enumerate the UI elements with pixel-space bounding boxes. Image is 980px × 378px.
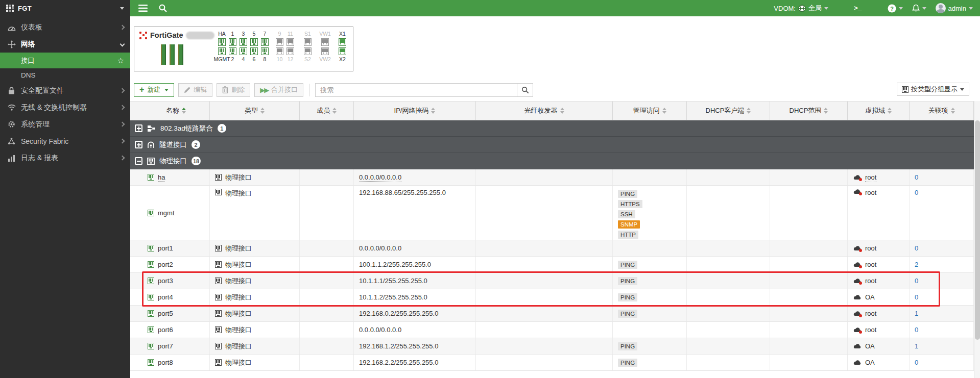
user-menu[interactable]: admin	[936, 3, 973, 13]
chevron-down-icon	[969, 7, 973, 10]
port-socket-10-icon[interactable]	[276, 47, 283, 55]
cli-console-icon[interactable]: >_	[854, 5, 862, 12]
expand-icon[interactable]	[135, 124, 142, 132]
create-new-button[interactable]: + 新建	[134, 83, 174, 97]
column-header-8[interactable]: DHCP范围	[770, 102, 848, 120]
port-label-9: 9	[278, 30, 281, 37]
port-socket-12-icon[interactable]	[286, 47, 294, 55]
interface-row-port6[interactable]: port6物理接口0.0.0.0/0.0.0.0root0	[130, 322, 974, 338]
ref-count-link[interactable]: 1	[915, 310, 918, 317]
help-menu[interactable]: ?	[888, 4, 903, 13]
port-socket-8-icon[interactable]	[261, 47, 269, 55]
favorite-star-icon[interactable]: ☆	[117, 56, 124, 65]
sidebar-item-network[interactable]: 网络	[0, 36, 130, 53]
column-header-5[interactable]: 光纤收发器	[476, 102, 613, 120]
sidebar-item-wifi-switch[interactable]: 无线 & 交换机控制器	[0, 99, 130, 116]
vdom-selector[interactable]: VDOM: 全局	[774, 4, 828, 13]
root-vdom-marker	[859, 265, 862, 268]
fabric-icon	[7, 137, 16, 145]
interface-row-port4[interactable]: port4物理接口10.1.1.2/255.255.255.0PINGOA0	[130, 289, 974, 306]
sidebar-item-dashboard[interactable]: 仪表板	[0, 19, 130, 36]
edit-button[interactable]: 编辑	[178, 83, 212, 97]
column-header-10[interactable]: 关联项	[910, 102, 974, 120]
port-socket-S2-icon[interactable]	[304, 47, 312, 55]
sort-arrows-icon	[824, 108, 828, 114]
merge-interfaces-button[interactable]: ▶▶ 合并接口	[254, 83, 303, 97]
column-header-2[interactable]: 类型	[210, 102, 300, 120]
port-socket-11-icon[interactable]	[286, 38, 294, 46]
menu-icon[interactable]	[138, 5, 148, 12]
interface-row-port3[interactable]: port3物理接口10.1.1.1/255.255.255.0PINGroot0	[130, 273, 974, 289]
ref-count-link[interactable]: 0	[915, 173, 918, 181]
port-socket-9-icon[interactable]	[276, 38, 283, 46]
group-row-physical[interactable]: 物理接口18	[130, 153, 974, 169]
access-badge-ping: PING	[618, 190, 637, 198]
sidebar-item-security-fabric[interactable]: Security Fabric	[0, 133, 130, 149]
port-socket-1-icon[interactable]	[229, 38, 236, 46]
interface-row-mgmt[interactable]: mgmt物理接口192.168.88.65/255.255.255.0PINGH…	[130, 186, 974, 240]
cell-vdom: OA	[848, 289, 910, 305]
column-header-3[interactable]: 成员	[300, 102, 354, 120]
interface-row-port5[interactable]: port5物理接口192.168.0.2/255.255.255.0PINGro…	[130, 306, 974, 322]
port-socket-HA-icon[interactable]	[218, 38, 226, 46]
sidebar-item-dns[interactable]: DNS	[0, 68, 130, 82]
port-socket-S1-icon[interactable]	[304, 38, 312, 46]
ref-count-link[interactable]: 0	[915, 326, 918, 334]
column-header-1[interactable]: 名称	[142, 102, 210, 120]
port-socket-X2-icon[interactable]	[339, 47, 346, 55]
sidebar-item-system[interactable]: 系统管理	[0, 116, 130, 133]
column-header-7[interactable]: DHCP客户端	[687, 102, 770, 120]
interface-row-port2[interactable]: port2物理接口100.1.1.2/255.255.255.0PINGroot…	[130, 257, 974, 273]
cell-transceiver	[476, 306, 613, 321]
ref-count-link[interactable]: 2	[915, 261, 918, 268]
port-column-HA: HAMGMT	[217, 30, 227, 63]
port-socket-5-icon[interactable]	[250, 38, 258, 46]
notifications-menu[interactable]	[912, 4, 926, 12]
vertical-scrollbar[interactable]	[974, 101, 980, 378]
search-input[interactable]	[315, 83, 517, 97]
port-socket-3-icon[interactable]	[240, 38, 247, 46]
ref-count-link[interactable]: 0	[915, 189, 918, 196]
interface-row-ha[interactable]: ha物理接口0.0.0.0/0.0.0.0root0	[130, 169, 974, 186]
cell-dhcp-range	[770, 306, 848, 321]
group-row-tunnel[interactable]: 隧道接口2	[130, 137, 974, 153]
group-by-type-button[interactable]: 按类型分组显示	[897, 83, 969, 96]
column-header-6[interactable]: 管理访问	[613, 102, 687, 120]
interface-row-port8[interactable]: port8物理接口192.168.2.2/255.255.255.0PINGOA…	[130, 355, 974, 371]
wifi-icon	[7, 104, 16, 111]
interface-row-port7[interactable]: port7物理接口192.168.1.2/255.255.255.0PINGOA…	[130, 338, 974, 355]
search-icon[interactable]	[159, 4, 167, 12]
ref-count-link[interactable]: 0	[915, 293, 918, 301]
scrollbar-thumb[interactable]	[975, 120, 980, 340]
group-row-lacp[interactable]: 802.3ad链路聚合1	[130, 120, 974, 137]
port-socket-VW2-icon[interactable]	[321, 47, 329, 55]
column-header-4[interactable]: IP/网络掩码	[354, 102, 476, 120]
port-socket-4-icon[interactable]	[240, 47, 247, 55]
cell-dhcp-range	[770, 169, 848, 185]
interface-row-port1[interactable]: port1物理接口0.0.0.0/0.0.0.0root0	[130, 240, 974, 257]
port-socket-2-icon[interactable]	[229, 47, 236, 55]
search-icon	[521, 86, 529, 94]
ref-count-link[interactable]: 0	[915, 359, 918, 366]
port-socket-MGMT-icon[interactable]	[218, 47, 226, 55]
port-socket-VW1-icon[interactable]	[321, 38, 329, 46]
search-submit-button[interactable]	[517, 83, 533, 97]
column-header-9[interactable]: 虚拟域	[848, 102, 910, 120]
ref-count-link[interactable]: 1	[915, 342, 918, 350]
port-socket-X1-icon[interactable]	[339, 38, 346, 46]
brand-selector[interactable]: FGT	[0, 0, 130, 16]
toolbar: + 新建 编辑 删除 ▶▶ 合并接口	[134, 83, 976, 97]
expand-icon[interactable]	[135, 141, 142, 148]
vdom-name: root	[865, 310, 876, 317]
collapse-icon[interactable]	[135, 157, 142, 165]
port-socket-7-icon[interactable]	[261, 38, 269, 46]
ref-count-link[interactable]: 0	[915, 244, 918, 252]
sidebar-item-interfaces[interactable]: 接口☆	[0, 53, 130, 68]
sidebar-item-log-report[interactable]: 日志 & 报表	[0, 149, 130, 166]
port-socket-6-icon[interactable]	[250, 47, 258, 55]
sidebar-item-security-profiles[interactable]: 安全配置文件	[0, 82, 130, 99]
chevron-right-icon	[120, 88, 125, 93]
ref-count-link[interactable]: 0	[915, 277, 918, 285]
interface-ip: 192.168.2.2/255.255.255.0	[359, 359, 438, 366]
delete-button[interactable]: 删除	[217, 83, 250, 97]
